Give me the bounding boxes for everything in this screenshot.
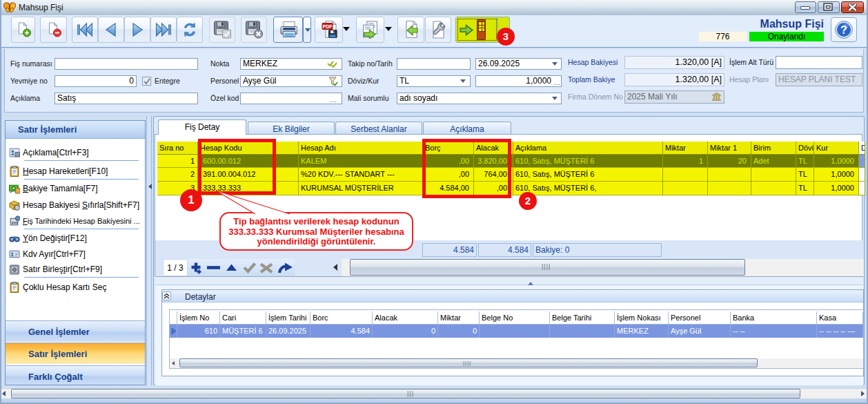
svg-text:?: ?	[840, 24, 847, 36]
svg-text:PDF: PDF	[322, 24, 333, 29]
